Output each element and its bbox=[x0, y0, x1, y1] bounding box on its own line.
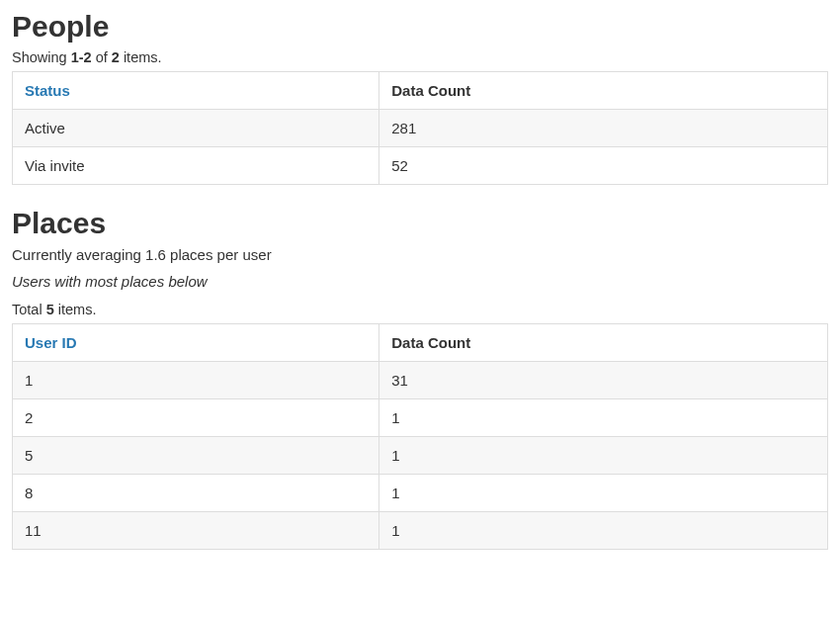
places-cell-count: 1 bbox=[379, 475, 828, 512]
people-col-status[interactable]: Status bbox=[13, 72, 379, 110]
places-table: User ID Data Count 1 31 2 1 5 1 8 1 11 1 bbox=[12, 323, 828, 550]
places-col-userid[interactable]: User ID bbox=[13, 324, 379, 362]
places-cell-count: 1 bbox=[379, 437, 828, 475]
people-summary-prefix: Showing bbox=[12, 49, 71, 65]
people-col-count: Data Count bbox=[379, 72, 828, 110]
places-cell-userid: 5 bbox=[13, 437, 379, 475]
table-row: Active 281 bbox=[13, 110, 828, 147]
places-total-count: 5 bbox=[46, 302, 54, 317]
table-row: Via invite 52 bbox=[13, 147, 828, 185]
table-row: 1 31 bbox=[13, 362, 828, 399]
places-total: Total 5 items. bbox=[12, 302, 828, 317]
table-row: 11 1 bbox=[13, 512, 828, 550]
places-cell-userid: 8 bbox=[13, 475, 379, 512]
places-total-prefix: Total bbox=[12, 302, 46, 317]
places-subhead: Users with most places below bbox=[12, 273, 828, 290]
people-summary-total: 2 bbox=[112, 49, 120, 65]
people-cell-status: Via invite bbox=[13, 147, 379, 185]
table-row: 8 1 bbox=[13, 475, 828, 512]
table-row: 2 1 bbox=[13, 399, 828, 437]
places-cell-count: 31 bbox=[379, 362, 828, 399]
people-summary-suffix: items. bbox=[120, 49, 162, 65]
places-cell-userid: 1 bbox=[13, 362, 379, 399]
places-cell-userid: 11 bbox=[13, 512, 379, 550]
people-cell-status: Active bbox=[13, 110, 379, 147]
people-cell-count: 281 bbox=[379, 110, 828, 147]
people-heading: People bbox=[12, 10, 828, 44]
places-cell-userid: 2 bbox=[13, 399, 379, 437]
people-summary-range: 1-2 bbox=[71, 49, 92, 65]
places-cell-count: 1 bbox=[379, 512, 828, 550]
places-total-suffix: items. bbox=[54, 302, 97, 317]
people-summary: Showing 1-2 of 2 items. bbox=[12, 49, 828, 65]
people-table: Status Data Count Active 281 Via invite … bbox=[12, 71, 828, 185]
places-heading: Places bbox=[12, 207, 828, 240]
people-cell-count: 52 bbox=[379, 147, 828, 185]
places-cell-count: 1 bbox=[379, 399, 828, 437]
people-summary-mid: of bbox=[92, 49, 112, 65]
places-col-count: Data Count bbox=[379, 324, 828, 362]
places-avg-line: Currently averaging 1.6 places per user bbox=[12, 246, 828, 263]
table-row: 5 1 bbox=[13, 437, 828, 475]
